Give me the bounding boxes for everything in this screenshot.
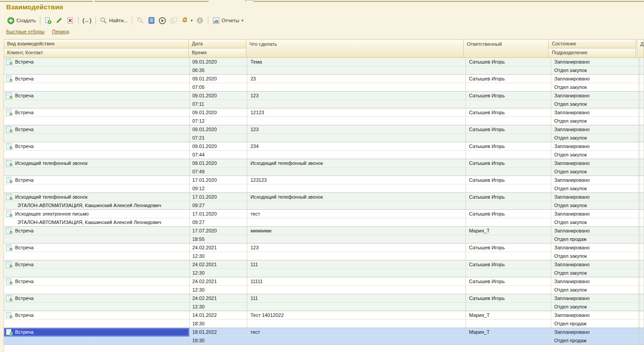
cell-type-client[interactable]: Встреча <box>4 125 190 142</box>
cell-state-department[interactable]: Запланировано Отдел продаж <box>551 328 639 344</box>
cell-responsible[interactable]: Сатышев Игорь <box>466 277 551 294</box>
cell-type-client[interactable]: Исходящий телефонный звонок ЭТАЛОН-АВТОМ… <box>4 193 190 209</box>
cell-responsible[interactable]: Сатышев Игорь <box>466 125 551 142</box>
set-interval-button[interactable]: (↔) <box>81 16 93 24</box>
period-link[interactable]: Период <box>52 29 69 34</box>
table-row[interactable]: Исходящий телефонный звонок ЭТАЛОН-АВТОМ… <box>4 193 644 210</box>
cell-todo[interactable]: тест <box>247 210 466 226</box>
column-header-client[interactable]: Клиент, Контакт <box>4 48 188 57</box>
cell-todo[interactable]: Тест 14012022 <box>247 311 466 328</box>
cell-truncated[interactable] <box>640 92 644 108</box>
cell-state-department[interactable]: Запланировано Отдел закупок <box>551 176 639 192</box>
cell-state-department[interactable]: Запланировано Отдел закупок <box>551 125 639 142</box>
cell-type-client[interactable]: Встреча <box>4 311 190 328</box>
column-header-type-client[interactable]: Вид взаимодействия Клиент, Контакт <box>4 40 189 57</box>
table-row[interactable]: Исходящее электронное письмо ЭТАЛОН-АВТО… <box>4 210 644 227</box>
edit-button[interactable] <box>54 16 65 25</box>
cell-responsible[interactable]: Сатышев Игорь <box>466 92 551 108</box>
cell-responsible[interactable]: Сатышев Игорь <box>466 75 551 91</box>
cell-type-client[interactable]: Встреча <box>4 75 190 91</box>
cell-date-time[interactable]: 14.01.2022 18:30 <box>190 311 247 328</box>
cell-date-time[interactable]: 17.01.2020 09:27 <box>190 210 247 226</box>
cell-date-time[interactable]: 24.02.2021 12:30 <box>190 277 247 294</box>
info-button[interactable] <box>195 16 206 25</box>
cell-type-client[interactable]: Встреча <box>4 176 190 192</box>
list-settings-button[interactable] <box>146 16 157 25</box>
tab-remnant[interactable] <box>0 0 92 2</box>
cell-date-time[interactable]: 24.02.2021 12:30 <box>190 244 247 260</box>
cell-truncated[interactable] <box>640 125 644 142</box>
cell-state-department[interactable]: Запланировано Отдел продаж <box>551 227 639 243</box>
cell-state-department[interactable]: Запланировано Отдел закупок <box>551 108 639 125</box>
cell-responsible[interactable]: Сатышев Игорь <box>466 176 551 192</box>
cell-truncated[interactable] <box>640 142 644 159</box>
cell-state-department[interactable]: Запланировано Отдел закупок <box>551 142 639 159</box>
cell-type-client[interactable]: Встреча <box>4 227 190 243</box>
cell-todo[interactable]: 11111 <box>247 277 466 294</box>
cell-truncated[interactable] <box>640 193 644 209</box>
cell-state-department[interactable]: Запланировано Отдел закупок <box>551 159 639 176</box>
cell-truncated[interactable] <box>640 176 644 192</box>
table-row[interactable]: Встреча 17.01.2020 09:12 123123 Сатышев … <box>4 176 644 193</box>
cell-responsible[interactable]: Мария_Т <box>466 328 551 344</box>
cell-type-client[interactable]: Встреча <box>4 142 190 159</box>
table-row[interactable]: Встреча 09.01.2020 07:05 23 Сатышев Игор… <box>4 75 644 92</box>
cell-date-time[interactable]: 09.01.2020 06:35 <box>190 58 247 74</box>
cell-todo[interactable]: Исходящий телефонный звонок <box>247 193 466 209</box>
cell-truncated[interactable] <box>640 227 644 243</box>
cell-todo[interactable]: Тема <box>247 58 466 74</box>
cell-truncated[interactable] <box>640 328 644 344</box>
cell-todo[interactable]: тест <box>247 328 466 344</box>
cell-type-client[interactable]: Встреча <box>4 277 190 294</box>
table-row[interactable]: Встреча 24.02.2021 12:30 111 Сатышев Иго… <box>4 260 644 277</box>
cell-date-time[interactable]: 17.01.2020 09:27 <box>190 193 247 209</box>
delete-button[interactable] <box>65 16 76 25</box>
table-row[interactable]: Встреча 18.01.2022 19:30 тест Мария_Т За… <box>4 328 644 345</box>
column-header-state[interactable]: Состояние <box>549 40 635 48</box>
cell-date-time[interactable]: 17.07.2020 18:55 <box>190 227 247 243</box>
table-row[interactable]: Встреча 09.01.2020 07:11 123 Сатышев Иго… <box>4 92 644 108</box>
table-row[interactable]: Встреча 09.01.2020 07:21 123 Сатышев Иго… <box>4 125 644 142</box>
cell-date-time[interactable]: 24.02.2021 12:30 <box>190 260 247 277</box>
cell-todo[interactable]: 123123 <box>247 176 466 192</box>
table-row[interactable]: Встреча 17.07.2020 18:55 мимиими Мария_Т… <box>4 227 644 244</box>
find-button[interactable]: Найти... <box>98 16 130 25</box>
table-row[interactable]: Исходящий телефонный звонок 09.01.2020 0… <box>4 159 644 176</box>
cell-todo[interactable]: 111 <box>247 294 466 311</box>
cell-todo[interactable]: 234 <box>247 142 466 159</box>
cell-date-time[interactable]: 09.01.2020 07:21 <box>190 125 247 142</box>
cell-truncated[interactable] <box>640 277 644 294</box>
cell-state-department[interactable]: Запланировано Отдел закупок <box>551 294 639 311</box>
table-row[interactable]: Встреча 09.01.2020 07:12 12123 Сатышев И… <box>4 108 644 125</box>
column-header-date[interactable]: Дата <box>189 40 246 48</box>
cell-truncated[interactable] <box>640 75 644 91</box>
cell-responsible[interactable]: Мария_Т <box>466 227 551 243</box>
cell-todo[interactable]: 111 <box>247 260 466 277</box>
cell-todo[interactable]: 123 <box>247 125 466 142</box>
cell-date-time[interactable]: 09.01.2020 07:44 <box>190 142 247 159</box>
cell-type-client[interactable]: Встреча <box>4 294 190 311</box>
cell-responsible[interactable]: Сатышев Игорь <box>466 193 551 209</box>
cell-truncated[interactable] <box>640 159 644 176</box>
cell-state-department[interactable]: Запланировано Отдел закупок <box>551 260 639 277</box>
cell-date-time[interactable]: 09.01.2020 07:12 <box>190 108 247 125</box>
cell-state-department[interactable]: Запланировано Отдел закупок <box>551 58 639 74</box>
cell-truncated[interactable] <box>640 244 644 260</box>
cancel-search-button[interactable] <box>135 16 146 25</box>
create-button[interactable]: Создать <box>5 16 38 25</box>
cell-date-time[interactable]: 09.01.2020 07:11 <box>190 92 247 108</box>
cell-state-department[interactable]: Запланировано Отдел закупок <box>551 277 639 294</box>
cell-type-client[interactable]: Исходящее электронное письмо ЭТАЛОН-АВТО… <box>4 210 190 226</box>
cell-responsible[interactable]: Сатышев Игорь <box>466 58 551 74</box>
cell-state-department[interactable]: Запланировано Отдел закупок <box>551 210 639 226</box>
cell-responsible[interactable]: Сатышев Игорь <box>466 159 551 176</box>
table-row[interactable]: Встреча 09.01.2020 07:44 234 Сатышев Иго… <box>4 142 644 159</box>
cell-type-client[interactable]: Встреча <box>4 108 190 125</box>
cell-truncated[interactable] <box>640 210 644 226</box>
cell-type-client[interactable]: Исходящий телефонный звонок <box>4 159 190 176</box>
column-header-truncated[interactable]: Д <box>637 40 644 57</box>
column-header-date-time[interactable]: Дата Время <box>189 40 246 57</box>
quick-filters-link[interactable]: Быстрые отборы <box>6 29 44 34</box>
windows-button[interactable] <box>168 16 179 25</box>
cell-date-time[interactable]: 18.01.2022 19:30 <box>190 328 247 344</box>
